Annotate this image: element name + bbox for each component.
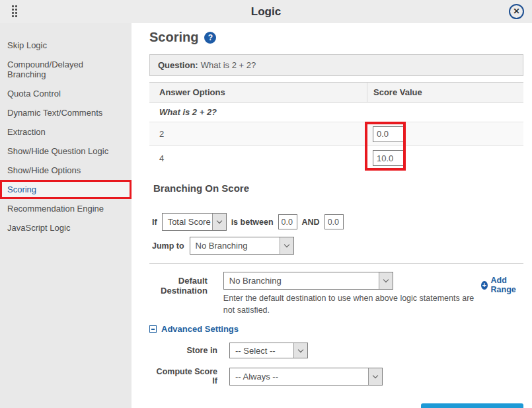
sidebar-item-show-hide-question-logic[interactable]: Show/Hide Question Logic: [0, 142, 132, 161]
store-in-select[interactable]: -- Select --: [229, 343, 308, 358]
collapse-minus-icon: [149, 325, 157, 333]
add-range-label: Add Range: [491, 276, 523, 294]
save-question-logic-button[interactable]: Save Question Logic: [421, 403, 523, 408]
help-icon[interactable]: ?: [204, 32, 216, 44]
modal-header: Logic ✕: [0, 0, 532, 23]
jump-to-label: Jump to: [152, 241, 184, 251]
table-row: 4: [149, 146, 523, 170]
branching-section-title: Branching On Score: [153, 183, 523, 194]
is-between-label: is between: [231, 218, 274, 227]
question-group-label: What is 2 + 2?: [149, 107, 367, 117]
chevron-down-icon: [368, 368, 382, 385]
sidebar-item-extraction[interactable]: Extraction: [0, 122, 132, 142]
range-max-input[interactable]: [324, 214, 344, 229]
chevron-down-icon: [212, 214, 226, 230]
and-label: AND: [302, 218, 320, 227]
add-range-link[interactable]: + Add Range: [481, 272, 523, 294]
range-min-input[interactable]: [278, 214, 297, 229]
question-group-row: What is 2 + 2?: [149, 102, 523, 122]
logic-sidebar: Skip Logic Compound/Delayed Branching Qu…: [0, 23, 132, 408]
table-row: 2: [149, 122, 523, 146]
sidebar-item-recommendation-engine[interactable]: Recommendation Engine: [0, 199, 132, 218]
default-destination-help-text: Enter the default destination to use whe…: [223, 292, 481, 316]
chevron-down-icon: [293, 343, 307, 358]
sidebar-item-compound-delayed-branching[interactable]: Compound/Delayed Branching: [0, 55, 132, 84]
sidebar-item-dynamic-text-comments[interactable]: Dynamic Text/Comments: [0, 103, 132, 122]
score-value-input[interactable]: [373, 126, 406, 142]
modal-title: Logic: [0, 5, 532, 19]
section-divider: [149, 263, 523, 264]
sidebar-item-javascript-logic[interactable]: JavaScript Logic: [0, 218, 132, 237]
scoring-panel: Scoring ? Question:What is 2 + 2? Answer…: [132, 23, 532, 408]
drag-grip-icon[interactable]: [12, 5, 20, 18]
answer-option-label: 4: [149, 153, 367, 163]
sidebar-item-scoring[interactable]: Scoring: [0, 180, 132, 199]
answer-options-table: Answer Options Score Value What is 2 + 2…: [149, 82, 523, 170]
chevron-down-icon: [379, 272, 393, 289]
score-value-input[interactable]: [373, 150, 406, 166]
question-box: Question:What is 2 + 2?: [149, 54, 523, 76]
table-header-row: Answer Options Score Value: [149, 82, 523, 102]
column-header-score-value: Score Value: [367, 83, 523, 102]
advanced-settings-label: Advanced Settings: [161, 324, 239, 334]
logic-modal: Logic ✕ Skip Logic Compound/Delayed Bran…: [0, 0, 532, 408]
chevron-down-icon: [280, 237, 293, 254]
compute-score-if-select[interactable]: -- Always --: [229, 368, 383, 386]
plus-circle-icon: +: [481, 281, 488, 290]
jump-to-select[interactable]: No Branching: [190, 237, 294, 255]
column-header-answer-options: Answer Options: [149, 87, 367, 97]
score-source-select[interactable]: Total Score: [162, 213, 227, 231]
store-in-label: Store in: [149, 346, 217, 355]
sidebar-item-quota-control[interactable]: Quota Control: [0, 84, 132, 103]
page-title: Scoring: [149, 30, 198, 45]
answer-option-label: 2: [149, 129, 367, 139]
default-destination-select[interactable]: No Branching: [223, 272, 393, 290]
default-destination-label: Default Destination: [149, 272, 208, 296]
if-label: If: [152, 218, 157, 227]
advanced-settings-toggle[interactable]: Advanced Settings: [149, 324, 523, 334]
sidebar-item-show-hide-options[interactable]: Show/Hide Options: [0, 161, 132, 180]
question-label: Question:: [158, 60, 198, 70]
sidebar-item-skip-logic[interactable]: Skip Logic: [0, 36, 132, 55]
question-text: What is 2 + 2?: [201, 60, 256, 70]
compute-score-if-label: Compute Score If: [149, 367, 217, 386]
close-icon[interactable]: ✕: [509, 4, 524, 19]
